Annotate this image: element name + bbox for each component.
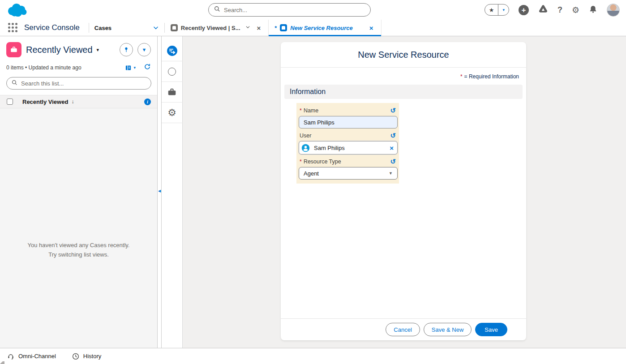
main-work-area: New Service Resource *= Required Informa… bbox=[183, 36, 626, 348]
sort-descending-icon[interactable]: ↓ bbox=[71, 98, 74, 105]
empty-state-line2: Try switching list views. bbox=[0, 250, 157, 259]
global-actions-button[interactable]: + bbox=[519, 5, 529, 15]
tab-menu-button[interactable] bbox=[244, 24, 252, 32]
notifications-button[interactable] bbox=[589, 5, 597, 15]
caret-down-icon: ▼ bbox=[389, 171, 393, 176]
app-launcher-icon[interactable] bbox=[8, 23, 18, 33]
select-all-checkbox[interactable] bbox=[7, 98, 13, 105]
cancel-button[interactable]: Cancel bbox=[386, 323, 420, 336]
column-header[interactable]: Recently Viewed bbox=[22, 98, 68, 105]
edited-fields-block: * Name ↺ User ↺ bbox=[296, 103, 399, 184]
guidance-center-button[interactable] bbox=[538, 4, 548, 16]
field-label: Name bbox=[304, 107, 318, 114]
clock-icon bbox=[72, 353, 79, 360]
new-record-modal: New Service Resource *= Required Informa… bbox=[281, 42, 526, 340]
help-button[interactable]: ? bbox=[557, 5, 562, 15]
field-user: User ↺ Sam Philips × bbox=[298, 131, 397, 154]
circle-outline-icon bbox=[168, 68, 176, 76]
plus-icon: + bbox=[521, 6, 526, 14]
form-footer: Cancel Save & New Save bbox=[281, 318, 526, 340]
service-resource-object-icon bbox=[6, 42, 21, 57]
field-label: User bbox=[300, 133, 311, 139]
gear-icon: ⚙ bbox=[572, 5, 579, 15]
global-search[interactable] bbox=[208, 3, 371, 17]
favorite-star-button[interactable]: ★ bbox=[485, 4, 498, 15]
info-icon[interactable]: i bbox=[144, 98, 151, 105]
close-tab-button[interactable]: × bbox=[255, 23, 263, 33]
list-search[interactable] bbox=[6, 77, 151, 90]
undo-icon[interactable]: ↺ bbox=[390, 132, 396, 139]
list-meta-text: 0 items • Updated a minute ago bbox=[6, 64, 81, 71]
save-and-new-button[interactable]: Save & New bbox=[424, 323, 472, 336]
resize-grip[interactable] bbox=[0, 360, 4, 364]
global-header: ★ ▾ + ? ⚙ bbox=[0, 0, 626, 20]
list-view-title[interactable]: Recently Viewed bbox=[26, 45, 93, 55]
field-resource-type: * Resource Type ↺ Agent ▼ bbox=[298, 157, 397, 180]
rail-item-guided-actions[interactable] bbox=[162, 41, 183, 61]
caret-down-icon: ▾ bbox=[502, 8, 505, 12]
list-search-input[interactable] bbox=[21, 80, 146, 87]
pin-list-button[interactable] bbox=[120, 43, 133, 56]
guided-actions-icon bbox=[167, 45, 178, 56]
question-icon: ? bbox=[557, 5, 562, 14]
search-icon bbox=[12, 79, 17, 87]
rail-item-cases[interactable] bbox=[162, 82, 183, 103]
selected-option: Agent bbox=[304, 170, 389, 177]
close-icon: × bbox=[257, 24, 261, 32]
user-lookup-pill[interactable]: Sam Philips × bbox=[299, 141, 398, 154]
favorites-control: ★ ▾ bbox=[485, 4, 509, 16]
empty-state-message: You haven't viewed any Cases recently. T… bbox=[0, 240, 157, 259]
field-label: Resource Type bbox=[304, 158, 341, 165]
content-region: Recently Viewed ▾ ▼ 0 items • Updated a … bbox=[0, 36, 626, 348]
undo-icon[interactable]: ↺ bbox=[390, 107, 396, 114]
list-view-panel: Recently Viewed ▾ ▼ 0 items • Updated a … bbox=[0, 36, 158, 348]
required-asterisk: * bbox=[300, 107, 302, 114]
field-name: * Name ↺ bbox=[298, 106, 397, 128]
nav-item-cases[interactable]: Cases bbox=[89, 20, 147, 36]
global-search-input[interactable] bbox=[224, 7, 365, 13]
utility-omni-channel[interactable]: Omni-Channel bbox=[7, 353, 56, 360]
form-title: New Service Resource bbox=[281, 42, 526, 68]
caret-down-icon: ▼ bbox=[142, 47, 147, 52]
workspace-tab-recently-viewed[interactable]: Recently Viewed | S... × bbox=[165, 20, 269, 36]
tab-label: Recently Viewed | S... bbox=[181, 25, 240, 31]
refresh-button[interactable] bbox=[144, 63, 151, 72]
user-avatar[interactable] bbox=[607, 4, 620, 17]
search-icon bbox=[214, 6, 220, 14]
utility-label: Omni-Channel bbox=[18, 353, 56, 360]
side-icon-rail: ⚙ bbox=[162, 36, 183, 348]
rail-item-circle[interactable] bbox=[162, 61, 183, 82]
display-as-button[interactable]: ▾ bbox=[125, 64, 136, 71]
name-input[interactable] bbox=[299, 116, 398, 128]
setup-button[interactable]: ⚙ bbox=[572, 6, 579, 14]
section-header-information[interactable]: Information bbox=[284, 85, 523, 99]
omni-channel-icon bbox=[7, 353, 14, 360]
rail-item-settings[interactable]: ⚙ bbox=[162, 103, 183, 123]
utility-history[interactable]: History bbox=[72, 353, 101, 360]
required-asterisk: * bbox=[460, 73, 463, 80]
required-legend: *= Required Information bbox=[281, 68, 526, 83]
collapse-left-icon[interactable]: ◀ bbox=[158, 189, 161, 193]
unsaved-indicator: * bbox=[274, 25, 277, 31]
list-column-header-row: Recently Viewed ↓ i bbox=[0, 95, 157, 108]
resource-type-select[interactable]: Agent ▼ bbox=[299, 167, 398, 180]
salesforce-logo-icon bbox=[5, 1, 30, 20]
favorites-menu-button[interactable]: ▾ bbox=[498, 4, 509, 15]
close-tab-button[interactable]: × bbox=[368, 23, 375, 33]
gear-icon: ⚙ bbox=[167, 108, 176, 118]
workspace-tab-new-service-resource[interactable]: * New Service Resource × bbox=[269, 20, 381, 36]
utility-bar: Omni-Channel History bbox=[0, 348, 626, 364]
clear-selection-icon[interactable]: × bbox=[390, 144, 394, 152]
save-button[interactable]: Save bbox=[475, 323, 507, 336]
navigation-bar: Service Console Cases Recently Viewed | … bbox=[0, 20, 626, 36]
user-avatar-icon bbox=[301, 144, 310, 152]
lookup-value: Sam Philips bbox=[314, 145, 390, 151]
list-view-selector-caret-icon[interactable]: ▾ bbox=[97, 47, 99, 53]
collapse-panel-button[interactable]: ▼ bbox=[137, 43, 151, 56]
list-view-header: Recently Viewed ▾ ▼ 0 items • Updated a … bbox=[0, 36, 157, 90]
undo-icon[interactable]: ↺ bbox=[390, 158, 396, 165]
cases-menu-button[interactable] bbox=[147, 20, 164, 36]
briefcase-icon bbox=[167, 87, 177, 97]
panel-resize-gutter[interactable]: ◀ bbox=[158, 36, 162, 348]
app-window: ★ ▾ + ? ⚙ Service Console Cases Recently bbox=[0, 0, 626, 364]
